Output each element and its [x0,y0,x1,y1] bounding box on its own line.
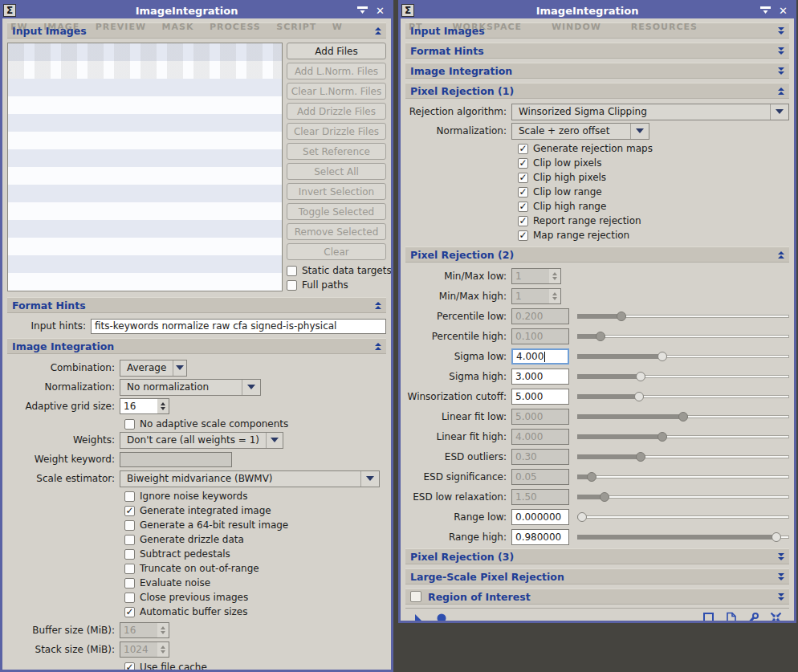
checkbox-generate-rejection-maps[interactable]: ✓Generate rejection maps [518,141,789,156]
input-hints-field[interactable]: fits-keywords normalize raw cfa signed-i… [91,319,386,334]
list-item[interactable] [8,96,282,114]
apply-global-icon[interactable] [434,611,449,621]
range-low-slider[interactable] [577,512,789,523]
list-item[interactable] [8,291,282,291]
checkbox-ignore-noise-keywords[interactable]: Ignore noise keywords [124,489,386,503]
expand-chevron-down-icon[interactable] [778,67,784,75]
checkbox-box[interactable]: ✓ [518,216,528,226]
checkbox-automatic-buffer-sizes[interactable]: ✓Automatic buffer sizes [124,605,386,619]
collapse-chevron-up-icon[interactable] [375,302,381,309]
input-files-list[interactable] [7,43,283,291]
checkbox-generate-drizzle-data[interactable]: Generate drizzle data [124,532,386,547]
checkbox-report-range-rejection[interactable]: ✓Report range rejection [518,214,789,228]
checkbox-full-paths[interactable]: Full paths [287,278,386,292]
checkbox-box[interactable] [124,419,135,430]
list-item[interactable] [8,149,282,167]
section-pixel-rejection-3[interactable]: Pixel Rejection (3) [405,548,789,564]
list-item[interactable] [8,202,282,220]
list-item[interactable] [8,238,282,255]
collapse-chevron-up-icon[interactable] [778,251,784,259]
expand-chevron-down-icon[interactable] [778,553,784,560]
titlebar[interactable]: Σ ImageIntegration ✕ [401,2,794,18]
slider-thumb[interactable] [636,372,645,381]
realtime-preview-icon[interactable] [701,611,715,621]
checkbox-box[interactable]: ✓ [518,202,528,212]
checkbox-box[interactable] [124,578,135,589]
list-item[interactable] [8,255,282,273]
slider-thumb[interactable] [577,512,587,522]
checkbox-box[interactable] [287,266,297,276]
process-sigma-icon[interactable]: Σ [3,4,16,17]
checkbox-box[interactable]: ✓ [518,187,528,198]
checkbox-box[interactable]: ✓ [518,173,528,183]
winsorization-cutoff-field[interactable]: 5.000 [511,389,569,405]
close-icon[interactable]: ✕ [376,5,385,17]
checkbox-clip-high-pixels[interactable]: ✓Clip high pixels [518,170,789,185]
slider-thumb[interactable] [772,532,781,542]
expand-chevron-down-icon[interactable] [778,593,784,601]
checkbox-clip-low-range[interactable]: ✓Clip low range [518,185,789,199]
collapse-chevron-up-icon[interactable] [375,343,381,350]
normalization-select[interactable]: No normalization [120,379,261,396]
collapse-chevron-up-icon[interactable] [778,88,784,95]
list-item[interactable] [8,273,282,291]
section-pixel-rejection-1[interactable]: Pixel Rejection (1) [405,83,789,99]
section-input-images[interactable]: Input Images [7,22,386,39]
range-high-slider[interactable] [577,532,789,543]
checkbox-box[interactable]: ✓ [124,662,135,670]
checkbox-box[interactable]: ✓ [518,230,528,241]
stepper-arrows[interactable] [157,399,169,413]
range-high-field[interactable]: 0.980000 [511,529,569,545]
sigma-high-slider[interactable] [577,372,789,382]
region-of-interest-checkbox[interactable] [410,591,421,602]
close-icon[interactable]: ✕ [779,5,788,17]
checkbox-subtract-pedestals[interactable]: Subtract pedestals [124,547,386,561]
checkbox-generate-integrated-image[interactable]: ✓Generate integrated image [124,503,386,518]
section-format-hints-collapsed[interactable]: Format Hints [405,43,789,59]
section-image-integration[interactable]: Image Integration [7,338,386,354]
process-sigma-icon[interactable]: Σ [401,4,414,17]
checkbox-box[interactable] [124,491,135,502]
winsorization-cutoff-slider[interactable] [577,392,789,402]
section-large-scale-pixel-rejection[interactable]: Large-Scale Pixel Rejection [405,568,789,584]
edit-preferences-wrench-icon[interactable] [746,611,760,621]
checkbox-generate-a-64-bit-result-image[interactable]: Generate a 64-bit result image [124,518,386,532]
section-image-integration-collapsed[interactable]: Image Integration [405,63,789,79]
list-item[interactable] [8,79,282,96]
checkbox-box[interactable] [124,535,135,545]
expand-chevron-down-icon[interactable] [778,27,784,35]
checkbox-box[interactable]: ✓ [518,144,528,154]
collapse-chevron-up-icon[interactable] [375,27,381,35]
shade-window-icon[interactable] [760,5,771,17]
checkbox-truncate-on-out-of-range[interactable]: Truncate on out-of-range [124,561,386,576]
list-item[interactable] [8,167,282,185]
shade-window-icon[interactable] [357,5,368,17]
checkbox-box[interactable] [124,593,135,603]
checkbox-box[interactable]: ✓ [518,158,528,169]
list-item[interactable] [8,185,282,202]
checkbox-use-file-cache[interactable]: ✓Use file cache [124,660,386,670]
weights-select[interactable]: Don't care (all weights = 1) [120,432,283,449]
expand-chevron-down-icon[interactable] [778,47,784,55]
checkbox-box[interactable]: ✓ [124,506,135,516]
checkbox-static-data-targets[interactable]: Static data targets [287,263,386,278]
checkbox-box[interactable]: ✓ [124,607,135,617]
range-low-field[interactable]: 0.000000 [511,509,569,525]
section-region-of-interest[interactable]: Region of Interest [405,589,789,605]
rejection-algorithm-select[interactable]: Winsorized Sigma Clipping [511,104,789,120]
list-item[interactable] [8,132,282,149]
sigma-low-slider[interactable] [577,352,789,362]
browse-documentation-icon[interactable] [723,611,738,621]
checkbox-map-range-rejection[interactable]: ✓Map range rejection [518,228,789,242]
checkbox-close-previous-images[interactable]: Close previous images [124,590,386,605]
section-input-images-collapsed[interactable]: Input Images [405,22,789,39]
checkbox-box[interactable] [124,520,135,531]
checkbox-box[interactable] [287,280,297,291]
sigma-high-field[interactable]: 3.000 [511,369,569,385]
titlebar[interactable]: Σ ImageIntegration ✕ [2,2,391,18]
add-files-button[interactable]: Add Files [287,43,386,59]
reset-icon[interactable] [768,611,783,621]
slider-thumb[interactable] [634,392,644,401]
list-item[interactable] [8,114,282,132]
checkbox-box[interactable] [124,564,135,574]
